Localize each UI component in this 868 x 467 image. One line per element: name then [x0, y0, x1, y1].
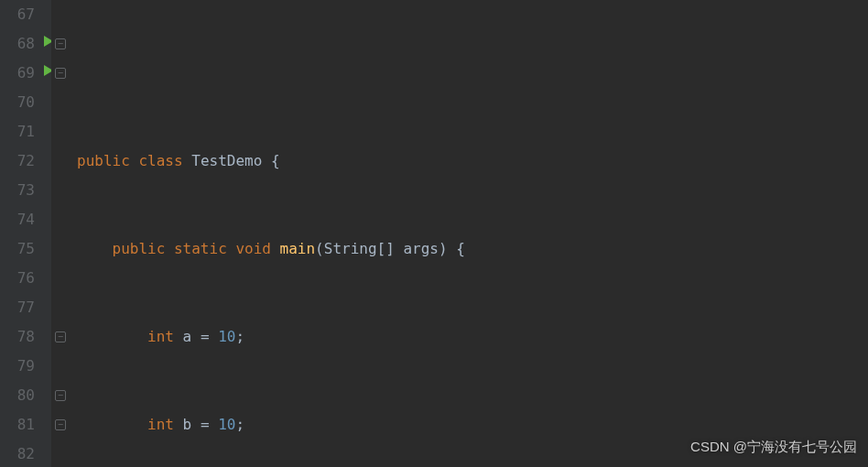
code-line-69: public static void main(String[] args) {	[73, 234, 868, 264]
line-gutter: 67 68 69 70 71 72 73 74 75 76 77 78 79 8…	[0, 0, 51, 467]
code-editor[interactable]: 67 68 69 70 71 72 73 74 75 76 77 78 79 8…	[0, 0, 868, 467]
line-72: 72	[0, 147, 35, 176]
fold-gutter: − − − − −	[51, 0, 71, 467]
fold-toggle-icon[interactable]: −	[55, 68, 66, 79]
line-70: 70	[0, 88, 35, 117]
line-81: 81	[0, 410, 35, 440]
code-area[interactable]: public class TestDemo { public static vo…	[71, 0, 868, 467]
line-79: 79	[0, 352, 35, 381]
code-line-68: public class TestDemo {	[73, 147, 868, 176]
line-80: 80	[0, 381, 35, 410]
line-73: 73	[0, 176, 35, 205]
line-78: 78	[0, 322, 35, 352]
line-77: 77	[0, 293, 35, 322]
line-74: 74	[0, 205, 35, 234]
code-line-67	[73, 59, 868, 88]
line-82: 82	[0, 440, 35, 467]
line-75: 75	[0, 234, 35, 264]
fold-toggle-icon[interactable]: −	[55, 331, 66, 342]
fold-toggle-icon[interactable]: −	[55, 390, 66, 401]
line-68: 68	[0, 29, 35, 59]
line-76: 76	[0, 264, 35, 293]
code-line-70: int a = 10;	[73, 322, 868, 352]
fold-toggle-icon[interactable]: −	[55, 38, 66, 49]
line-71: 71	[0, 117, 35, 147]
line-67: 67	[0, 0, 35, 29]
fold-toggle-icon[interactable]: −	[55, 419, 66, 430]
line-69: 69	[0, 59, 35, 88]
watermark: CSDN @宁海没有七号公园	[690, 432, 857, 462]
